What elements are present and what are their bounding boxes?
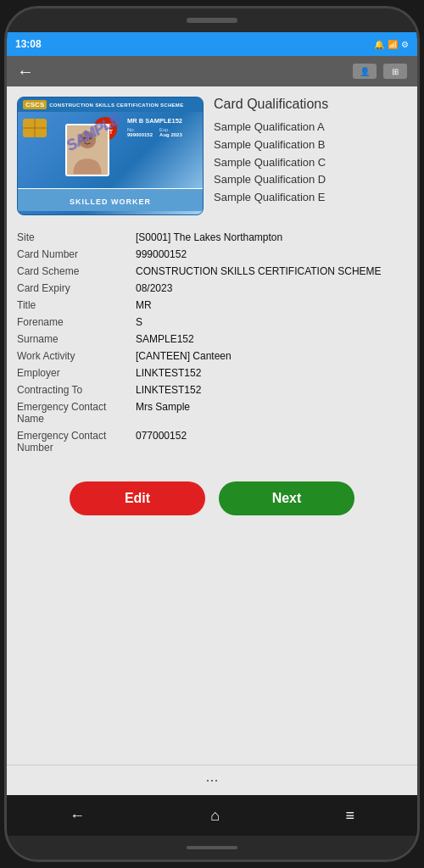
speaker [187,18,237,23]
info-label: Emergency Contact Name [17,401,136,425]
qual-item: Sample Qualification B [214,136,407,154]
info-row: ForenameS [17,314,407,331]
card-section: CSCS CONSTRUCTION SKILLS CERTIFICATION S… [17,97,407,215]
info-value: 077000152 [136,430,407,453]
info-value: 08/2023 [136,282,407,294]
info-value: Mrs Sample [136,401,407,425]
info-value: 999000152 [136,248,407,260]
android-home-button[interactable]: ⌂ [210,807,220,825]
info-value: LINKTEST152 [136,367,407,379]
wifi-icon: 📶 [388,40,398,49]
android-menu-button[interactable]: ≡ [345,807,354,825]
button-row: Edit Next [17,473,407,524]
cscs-logo-box: CSCS [23,100,47,109]
info-label: Card Expiry [17,282,136,294]
nav-right-icons: 👤 ⊞ [353,64,407,79]
android-nav: ← ⌂ ≡ [7,795,417,836]
card-holder-name: MR B SAMPLE152 [127,117,198,125]
card-number: 999000152 [127,132,153,137]
info-row: Emergency Contact NameMrs Sample [17,398,407,427]
info-row: Card SchemeCONSTRUCTION SKILLS CERTIFICA… [17,263,407,280]
bottom-dots: ··· [205,771,218,789]
card-expiry-group: Exp. Aug 2023 [159,127,182,137]
cscs-card: CSCS CONSTRUCTION SKILLS CERTIFICATION S… [17,97,204,215]
info-value: SAMPLE152 [136,333,407,345]
qual-list: Sample Qualification ASample Qualificati… [214,119,407,207]
card-number-group: No. 999000152 [127,127,153,137]
info-label: Work Activity [17,350,136,362]
settings-icon: ⚙ [401,40,409,49]
card-chip [23,119,47,137]
nav-bar: ← 👤 ⊞ [7,56,417,86]
card-photo-area: HSE TEST [52,115,122,185]
info-row: Card Number999000152 [17,246,407,263]
phone-top [7,8,417,32]
toggle-icon: ⊞ [392,67,399,76]
status-time: 13:08 [15,38,42,50]
nav-icon-1[interactable]: 👤 [353,64,377,79]
info-row: Emergency Contact Number077000152 [17,427,407,456]
info-value: MR [136,299,407,311]
info-label: Contracting To [17,384,136,396]
info-label: Site [17,231,136,243]
card-type-label: SKILLED WORKER [70,198,151,206]
card-footer: SKILLED WORKER [18,188,203,211]
card-header: CSCS CONSTRUCTION SKILLS CERTIFICATION S… [18,97,203,112]
info-value: S [136,316,407,328]
info-label: Surname [17,333,136,345]
edit-button[interactable]: Edit [70,481,205,515]
info-label: Forename [17,316,136,328]
card-info: MR B SAMPLE152 No. 999000152 Exp. Aug 20… [127,115,198,185]
cscs-logo: CSCS CONSTRUCTION SKILLS CERTIFICATION S… [23,100,183,109]
status-bar: 13:08 🔔 📶 ⚙ [7,32,417,56]
qual-title: Card Qualifications [214,97,407,112]
info-row: SurnameSAMPLE152 [17,331,407,348]
info-label: Title [17,299,136,311]
info-value: [CANTEEN] Canteen [136,350,407,362]
profile-icon: 👤 [360,67,370,76]
home-indicator [187,846,237,849]
notification-icon: 🔔 [374,40,384,49]
qual-item: Sample Qualification C [214,154,407,172]
main-content: CSCS CONSTRUCTION SKILLS CERTIFICATION S… [7,86,417,765]
next-button[interactable]: Next [219,481,354,515]
info-value: CONSTRUCTION SKILLS CERTIFICATION SCHEME [136,265,407,277]
qual-item: Sample Qualification E [214,189,407,207]
info-label: Card Number [17,248,136,260]
info-row: EmployerLINKTEST152 [17,364,407,381]
info-label: Card Scheme [17,265,136,277]
back-button[interactable]: ← [17,62,34,81]
qual-item: Sample Qualification A [214,119,407,136]
nav-icon-2[interactable]: ⊞ [383,64,407,79]
info-label: Employer [17,367,136,379]
phone-bottom [7,836,417,860]
card-body: HSE TEST [18,112,203,188]
info-row: TitleMR [17,297,407,314]
info-value: LINKTEST152 [136,384,407,396]
info-table: Site[S0001] The Lakes NorthamptonCard Nu… [17,229,407,456]
info-row: Contracting ToLINKTEST152 [17,381,407,398]
android-back-button[interactable]: ← [70,807,85,825]
info-row: Card Expiry08/2023 [17,280,407,297]
info-value: [S0001] The Lakes Northampton [136,231,407,243]
qual-item: Sample Qualification D [214,171,407,189]
info-row: Work Activity[CANTEEN] Canteen [17,348,407,364]
cscs-scheme-text: CONSTRUCTION SKILLS CERTIFICATION SCHEME [49,103,183,108]
bottom-nav: ··· [7,765,417,795]
status-icons: 🔔 📶 ⚙ [374,40,409,49]
info-row: Site[S0001] The Lakes Northampton [17,229,407,246]
info-label: Emergency Contact Number [17,430,136,453]
card-details-row: No. 999000152 Exp. Aug 2023 [127,127,198,137]
card-expiry: Aug 2023 [159,132,182,137]
qualifications-section: Card Qualifications Sample Qualification… [214,97,407,215]
